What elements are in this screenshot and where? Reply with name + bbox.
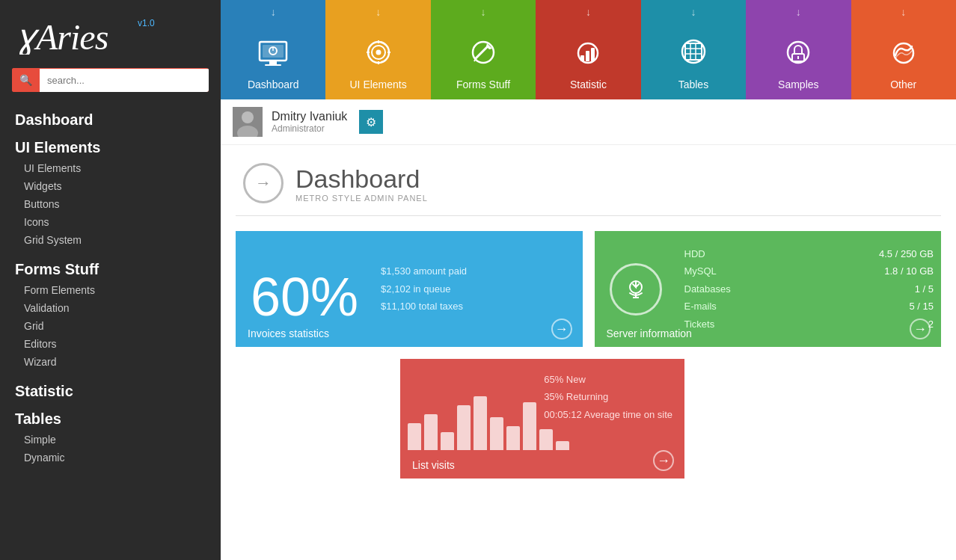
server-label: Server information [607, 327, 692, 339]
visits-stat2: 35% Returning [544, 388, 672, 405]
user-role: Administrator [272, 123, 347, 134]
chart-bar [556, 441, 569, 450]
nav-tile-samples[interactable]: ↓ Samples [746, 0, 851, 99]
visits-card[interactable]: 65% New 35% Returning 00:05:12 Average t… [400, 359, 684, 479]
invoice-card[interactable]: 60% $1,530 amount paid $2,102 in queue $… [236, 231, 583, 347]
chart-bar [490, 417, 503, 450]
widgets-row1: 60% $1,530 amount paid $2,102 in queue $… [236, 231, 941, 347]
other-tile-icon [888, 39, 919, 74]
server-row-emails: E-mails 5 / 15 [684, 298, 934, 315]
svg-rect-3 [265, 64, 281, 66]
visits-info: 65% New 35% Returning 00:05:12 Average t… [544, 371, 672, 423]
other-tile-label: Other [890, 79, 916, 90]
statistic-tile-label: Statistic [570, 79, 607, 90]
dashboard-header: → Dashboard METRO STYLE ADMIN PANEL [221, 145, 956, 215]
sidebar-item-grid-system[interactable]: Grid System [0, 231, 221, 249]
dashboard-arrow-circle: → [243, 163, 284, 203]
sidebar-item-ui-elements[interactable]: UI Elements [0, 132, 221, 159]
sidebar-item-simple[interactable]: Simple [0, 431, 221, 449]
invoice-line2: $2,102 in queue [381, 280, 467, 298]
nav-tile-statistic[interactable]: ↓ Statistic [536, 0, 640, 99]
chart-bar [506, 426, 520, 450]
search-bar: 🔍 [12, 68, 209, 92]
svg-rect-19 [580, 55, 584, 61]
svg-rect-21 [591, 48, 595, 61]
logo-text: ɣAries [15, 13, 142, 55]
logo-area: ɣAries v1.0 [0, 0, 221, 62]
tables-tile-label: Tables [678, 79, 708, 90]
samples-tile-label: Samples [778, 79, 818, 90]
sidebar-item-tables[interactable]: Tables [0, 403, 221, 431]
svg-text:ɣAries: ɣAries [15, 17, 108, 55]
dashboard-title-block: Dashboard METRO STYLE ADMIN PANEL [295, 164, 428, 203]
dashboard-subtitle: METRO STYLE ADMIN PANEL [295, 194, 428, 203]
sidebar-item-form-elements[interactable]: Form Elements [0, 281, 221, 299]
invoice-line3: $11,100 total taxes [381, 298, 467, 315]
sidebar-item-grid[interactable]: Grid [0, 317, 221, 335]
nav-tile-other[interactable]: ↓ Other [851, 0, 956, 99]
sidebar-item-widgets[interactable]: Widgets [0, 177, 221, 195]
forms-tile-label: Forms Stuff [456, 79, 510, 90]
svg-line-15 [476, 47, 487, 58]
visits-stat1: 65% New [544, 371, 672, 388]
server-key-hdd: HDD [684, 245, 705, 262]
svg-rect-2 [269, 61, 277, 64]
nav-tile-ui-elements[interactable]: ↓ UI Elements [325, 0, 430, 99]
server-arrow-button[interactable]: → [910, 319, 931, 339]
download-icon-ui: ↓ [376, 6, 381, 18]
server-key-mysql: MySQL [684, 262, 717, 280]
server-info: HDD 4.5 / 250 GB MySQL 1.8 / 10 GB Datab… [677, 231, 942, 347]
download-icon-samples: ↓ [796, 6, 801, 18]
invoice-info: $1,530 amount paid $2,102 in queue $11,1… [373, 231, 474, 347]
visits-label: List visits [412, 459, 455, 471]
chart-bar [539, 429, 553, 450]
nav-tile-tables[interactable]: ↓ Tables [641, 0, 746, 99]
download-icon-forms: ↓ [481, 6, 486, 18]
server-val-emails: 5 / 15 [909, 298, 934, 315]
nav-tile-forms[interactable]: ↓ Forms Stuff [431, 0, 536, 99]
dashboard-tile-icon [257, 40, 289, 74]
ui-elements-tile-icon [364, 37, 393, 74]
user-avatar [233, 107, 263, 137]
server-card[interactable]: HDD 4.5 / 250 GB MySQL 1.8 / 10 GB Datab… [595, 231, 942, 347]
chart-bar [474, 396, 487, 450]
invoice-arrow-button[interactable]: → [551, 319, 572, 339]
tables-tile-icon [678, 36, 709, 74]
search-input[interactable] [40, 69, 209, 92]
server-download-icon [610, 263, 662, 316]
download-icon-other: ↓ [901, 6, 906, 18]
visits-stat3: 00:05:12 Average time on site [544, 406, 672, 423]
nav-tile-dashboard[interactable]: ↓ Dashboard [221, 0, 325, 99]
chart-bar [523, 402, 536, 450]
logo-version: v1.0 [138, 18, 155, 28]
sidebar-item-statistic[interactable]: Statistic [0, 375, 221, 403]
invoice-line1: $1,530 amount paid [381, 262, 467, 280]
server-key-emails: E-mails [684, 298, 717, 315]
dashboard-title: Dashboard [295, 164, 428, 194]
sidebar-item-icons[interactable]: Icons [0, 213, 221, 231]
svg-point-9 [376, 50, 381, 55]
download-icon-dashboard: ↓ [271, 6, 276, 18]
main-content: ↓ Dashboard ↓ [221, 0, 956, 560]
user-info: Dmitry Ivaniuk Administrator [272, 110, 347, 134]
chart-bar [457, 405, 471, 450]
sidebar-item-validation[interactable]: Validation [0, 299, 221, 317]
svg-rect-23 [685, 43, 702, 60]
samples-tile-icon [783, 37, 813, 74]
search-button[interactable]: 🔍 [12, 68, 40, 92]
sidebar-item-ui-elements-sub[interactable]: UI Elements [0, 159, 221, 177]
sidebar: ɣAries v1.0 🔍 Dashboard UI Elements UI E… [0, 0, 221, 560]
sidebar-item-wizard[interactable]: Wizard [0, 353, 221, 371]
server-key-databases: Databases [684, 280, 731, 298]
sidebar-item-editors[interactable]: Editors [0, 335, 221, 353]
settings-gear-button[interactable]: ⚙ [359, 110, 383, 134]
widgets-row2: 65% New 35% Returning 00:05:12 Average t… [236, 359, 941, 479]
sidebar-item-buttons[interactable]: Buttons [0, 195, 221, 213]
server-row-tickets: Tickets 2 [684, 316, 934, 333]
statistic-tile-icon [573, 39, 603, 74]
chart-bar [424, 414, 438, 450]
sidebar-item-dashboard[interactable]: Dashboard [0, 104, 221, 132]
sidebar-item-dynamic[interactable]: Dynamic [0, 449, 221, 467]
sidebar-item-forms-stuff[interactable]: Forms Stuff [0, 253, 221, 281]
visits-arrow-button[interactable]: → [653, 450, 674, 471]
